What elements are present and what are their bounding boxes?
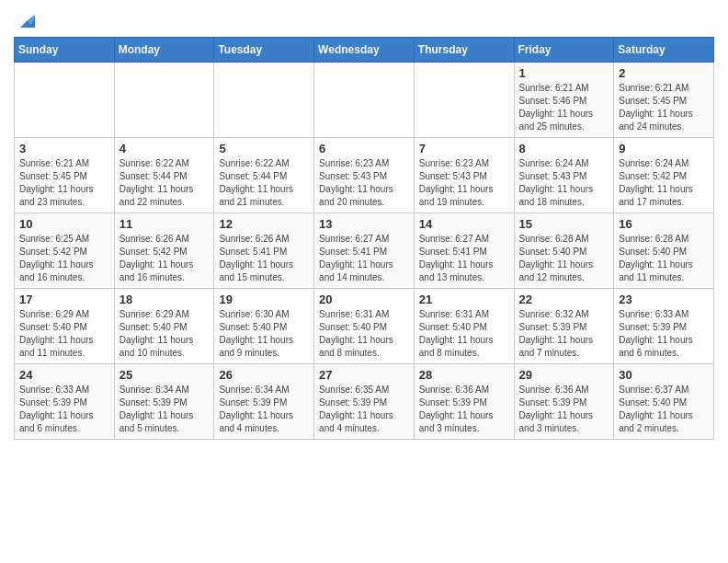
day-number: 14 (419, 217, 509, 231)
calendar-body: 1Sunrise: 6:21 AM Sunset: 5:46 PM Daylig… (15, 63, 714, 440)
calendar-cell: 2Sunrise: 6:21 AM Sunset: 5:45 PM Daylig… (614, 63, 714, 138)
calendar-cell: 16Sunrise: 6:28 AM Sunset: 5:40 PM Dayli… (614, 213, 714, 289)
day-number: 12 (219, 217, 309, 231)
cell-info: Sunrise: 6:21 AM Sunset: 5:46 PM Dayligh… (519, 82, 609, 133)
calendar-cell: 18Sunrise: 6:29 AM Sunset: 5:40 PM Dayli… (114, 289, 214, 364)
calendar-cell: 28Sunrise: 6:36 AM Sunset: 5:39 PM Dayli… (414, 364, 514, 440)
cell-info: Sunrise: 6:23 AM Sunset: 5:43 PM Dayligh… (319, 157, 409, 209)
cell-info: Sunrise: 6:28 AM Sunset: 5:40 PM Dayligh… (619, 233, 709, 284)
day-number: 26 (219, 368, 309, 382)
calendar-week-row: 24Sunrise: 6:33 AM Sunset: 5:39 PM Dayli… (15, 364, 714, 440)
day-number: 8 (519, 142, 609, 155)
cell-info: Sunrise: 6:36 AM Sunset: 5:39 PM Dayligh… (419, 384, 509, 435)
day-number: 7 (419, 142, 509, 155)
cell-info: Sunrise: 6:21 AM Sunset: 5:45 PM Dayligh… (619, 82, 709, 133)
logo (14, 9, 35, 31)
cell-info: Sunrise: 6:26 AM Sunset: 5:42 PM Dayligh… (119, 233, 210, 284)
day-number: 23 (619, 293, 709, 306)
day-number: 4 (119, 142, 210, 155)
calendar-day-header: Monday (114, 38, 214, 63)
cell-info: Sunrise: 6:33 AM Sunset: 5:39 PM Dayligh… (619, 308, 709, 360)
cell-info: Sunrise: 6:33 AM Sunset: 5:39 PM Dayligh… (19, 384, 109, 435)
calendar-cell: 12Sunrise: 6:26 AM Sunset: 5:41 PM Dayli… (214, 213, 314, 289)
calendar-table: SundayMondayTuesdayWednesdayThursdayFrid… (14, 37, 714, 440)
cell-info: Sunrise: 6:37 AM Sunset: 5:40 PM Dayligh… (619, 384, 709, 435)
calendar-week-row: 3Sunrise: 6:21 AM Sunset: 5:45 PM Daylig… (15, 138, 714, 213)
calendar-cell: 24Sunrise: 6:33 AM Sunset: 5:39 PM Dayli… (15, 364, 115, 440)
page-header (14, 9, 714, 31)
cell-info: Sunrise: 6:32 AM Sunset: 5:39 PM Dayligh… (519, 308, 609, 360)
cell-info: Sunrise: 6:36 AM Sunset: 5:39 PM Dayligh… (519, 384, 609, 435)
calendar-cell: 14Sunrise: 6:27 AM Sunset: 5:41 PM Dayli… (414, 213, 514, 289)
cell-info: Sunrise: 6:28 AM Sunset: 5:40 PM Dayligh… (519, 233, 609, 284)
calendar-cell: 19Sunrise: 6:30 AM Sunset: 5:40 PM Dayli… (214, 289, 314, 364)
calendar-cell: 17Sunrise: 6:29 AM Sunset: 5:40 PM Dayli… (15, 289, 115, 364)
day-number: 30 (619, 368, 709, 382)
cell-info: Sunrise: 6:22 AM Sunset: 5:44 PM Dayligh… (119, 157, 210, 209)
day-number: 19 (219, 293, 309, 306)
calendar-week-row: 17Sunrise: 6:29 AM Sunset: 5:40 PM Dayli… (15, 289, 714, 364)
cell-info: Sunrise: 6:35 AM Sunset: 5:39 PM Dayligh… (319, 384, 409, 435)
day-number: 13 (319, 217, 409, 231)
calendar-header-row: SundayMondayTuesdayWednesdayThursdayFrid… (15, 38, 714, 63)
day-number: 18 (119, 293, 210, 306)
calendar-cell: 11Sunrise: 6:26 AM Sunset: 5:42 PM Dayli… (114, 213, 214, 289)
calendar-cell: 9Sunrise: 6:24 AM Sunset: 5:42 PM Daylig… (614, 138, 714, 213)
cell-info: Sunrise: 6:31 AM Sunset: 5:40 PM Dayligh… (319, 308, 409, 360)
calendar-day-header: Thursday (414, 38, 514, 63)
calendar-cell: 23Sunrise: 6:33 AM Sunset: 5:39 PM Dayli… (614, 289, 714, 364)
calendar-cell: 22Sunrise: 6:32 AM Sunset: 5:39 PM Dayli… (514, 289, 614, 364)
day-number: 22 (519, 293, 609, 306)
day-number: 24 (19, 368, 109, 382)
calendar-cell: 7Sunrise: 6:23 AM Sunset: 5:43 PM Daylig… (414, 138, 514, 213)
day-number: 9 (619, 142, 709, 155)
cell-info: Sunrise: 6:29 AM Sunset: 5:40 PM Dayligh… (119, 308, 210, 360)
calendar-cell: 6Sunrise: 6:23 AM Sunset: 5:43 PM Daylig… (314, 138, 415, 213)
calendar-header: SundayMondayTuesdayWednesdayThursdayFrid… (15, 38, 714, 63)
cell-info: Sunrise: 6:30 AM Sunset: 5:40 PM Dayligh… (219, 308, 309, 360)
calendar-cell: 13Sunrise: 6:27 AM Sunset: 5:41 PM Dayli… (314, 213, 415, 289)
day-number: 11 (119, 217, 210, 231)
calendar-cell: 15Sunrise: 6:28 AM Sunset: 5:40 PM Dayli… (514, 213, 614, 289)
day-number: 28 (419, 368, 509, 382)
calendar-week-row: 10Sunrise: 6:25 AM Sunset: 5:42 PM Dayli… (15, 213, 714, 289)
day-number: 6 (319, 142, 409, 155)
day-number: 2 (619, 66, 709, 80)
cell-info: Sunrise: 6:21 AM Sunset: 5:45 PM Dayligh… (19, 157, 109, 209)
cell-info: Sunrise: 6:27 AM Sunset: 5:41 PM Dayligh… (319, 233, 409, 284)
day-number: 17 (19, 293, 109, 306)
calendar-day-header: Sunday (15, 38, 115, 63)
cell-info: Sunrise: 6:26 AM Sunset: 5:41 PM Dayligh… (219, 233, 309, 284)
calendar-cell: 10Sunrise: 6:25 AM Sunset: 5:42 PM Dayli… (15, 213, 115, 289)
cell-info: Sunrise: 6:23 AM Sunset: 5:43 PM Dayligh… (419, 157, 509, 209)
day-number: 27 (319, 368, 409, 382)
calendar-cell (314, 63, 415, 138)
day-number: 3 (19, 142, 109, 155)
day-number: 15 (519, 217, 609, 231)
calendar-cell (15, 63, 115, 138)
calendar-day-header: Wednesday (314, 38, 415, 63)
calendar-cell: 30Sunrise: 6:37 AM Sunset: 5:40 PM Dayli… (614, 364, 714, 440)
calendar-cell: 26Sunrise: 6:34 AM Sunset: 5:39 PM Dayli… (214, 364, 314, 440)
cell-info: Sunrise: 6:27 AM Sunset: 5:41 PM Dayligh… (419, 233, 509, 284)
calendar-day-header: Friday (514, 38, 614, 63)
calendar-cell: 25Sunrise: 6:34 AM Sunset: 5:39 PM Dayli… (114, 364, 214, 440)
calendar-day-header: Tuesday (214, 38, 314, 63)
cell-info: Sunrise: 6:22 AM Sunset: 5:44 PM Dayligh… (219, 157, 309, 209)
calendar-day-header: Saturday (614, 38, 714, 63)
cell-info: Sunrise: 6:25 AM Sunset: 5:42 PM Dayligh… (19, 233, 109, 284)
cell-info: Sunrise: 6:24 AM Sunset: 5:43 PM Dayligh… (519, 157, 609, 209)
day-number: 16 (619, 217, 709, 231)
calendar-cell (214, 63, 314, 138)
cell-info: Sunrise: 6:34 AM Sunset: 5:39 PM Dayligh… (219, 384, 309, 435)
day-number: 25 (119, 368, 210, 382)
calendar-cell (414, 63, 514, 138)
day-number: 21 (419, 293, 509, 306)
day-number: 5 (219, 142, 309, 155)
cell-info: Sunrise: 6:24 AM Sunset: 5:42 PM Dayligh… (619, 157, 709, 209)
calendar-cell: 3Sunrise: 6:21 AM Sunset: 5:45 PM Daylig… (15, 138, 115, 213)
day-number: 29 (519, 368, 609, 382)
calendar-cell: 1Sunrise: 6:21 AM Sunset: 5:46 PM Daylig… (514, 63, 614, 138)
calendar-cell: 4Sunrise: 6:22 AM Sunset: 5:44 PM Daylig… (114, 138, 214, 213)
calendar-cell: 27Sunrise: 6:35 AM Sunset: 5:39 PM Dayli… (314, 364, 415, 440)
